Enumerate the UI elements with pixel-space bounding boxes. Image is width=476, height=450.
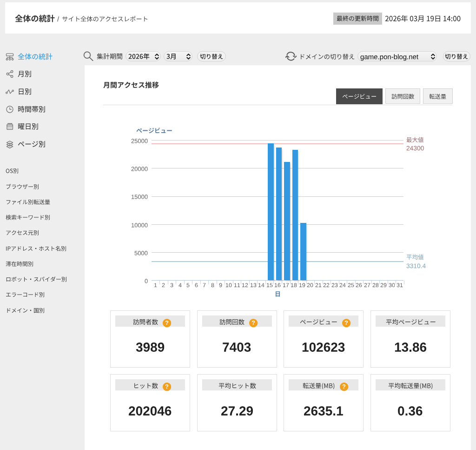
svg-text:?: ? [165, 320, 169, 327]
svg-text:?: ? [252, 320, 256, 327]
svg-text:?: ? [345, 320, 349, 327]
svg-text:?: ? [342, 384, 346, 390]
svg-text:?: ? [165, 384, 169, 390]
